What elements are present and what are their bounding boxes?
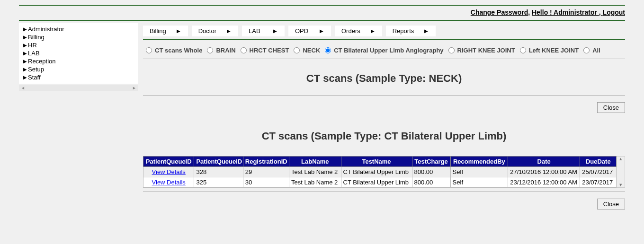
sidebar-item-reception[interactable]: ▶ Reception xyxy=(19,57,138,65)
caret-right-icon: ▶ xyxy=(371,28,375,34)
cell: 800.00 xyxy=(412,167,450,177)
radio-hrct-chest[interactable]: HRCT CHEST xyxy=(241,47,289,54)
scan-type-radio-group: CT scans Whole BRAIN HRCT CHEST NECK CT … xyxy=(143,40,625,59)
change-password-link[interactable]: Change Password xyxy=(471,9,528,16)
sidebar-horizontal-scrollbar[interactable]: ◄ ► xyxy=(19,85,138,91)
logout-link[interactable]: Logout xyxy=(603,9,625,16)
sidebar-item-label: Staff xyxy=(28,74,41,81)
top-tabbar: Billing ▶ Doctor ▶ LAB ▶ OPD ▶ Orders xyxy=(143,23,625,40)
cell: 800.00 xyxy=(412,177,450,188)
tab-label: OPD xyxy=(295,27,308,35)
column-header[interactable]: TestCharge xyxy=(412,157,450,167)
sidebar-item-label: Billing xyxy=(28,34,45,41)
cell: Self xyxy=(450,177,508,188)
sidebar-item-lab[interactable]: ▶ LAB xyxy=(19,49,138,57)
cell: CT Bilateral Upper Limb xyxy=(341,177,412,188)
results-table: PatientQueueID PatientQueueID Registrati… xyxy=(143,156,617,188)
tab-label: LAB xyxy=(249,27,260,35)
caret-right-icon: ▶ xyxy=(273,28,277,34)
table-vertical-scrollbar[interactable]: ▲ ▼ xyxy=(617,156,625,188)
caret-right-icon: ▶ xyxy=(23,51,28,56)
radio-neck[interactable]: NECK xyxy=(294,47,320,54)
column-header[interactable]: Date xyxy=(508,157,580,167)
cell: 325 xyxy=(194,177,243,188)
cell: Test Lab Name 2 xyxy=(289,167,341,177)
sidebar-item-label: HR xyxy=(28,42,37,49)
view-details-link[interactable]: View Details xyxy=(152,179,186,186)
cell: 23/12/2016 12:00:00 AM xyxy=(508,177,580,188)
tab-label: Orders xyxy=(341,27,360,35)
tab-billing[interactable]: Billing ▶ xyxy=(143,26,188,36)
tab-orders[interactable]: Orders ▶ xyxy=(335,26,382,36)
cell: Test Lab Name 2 xyxy=(289,177,341,188)
caret-right-icon: ▶ xyxy=(23,26,28,32)
caret-right-icon: ▶ xyxy=(23,59,28,64)
sidebar-item-administrator[interactable]: ▶ Administrator xyxy=(19,25,138,33)
sidebar-item-hr[interactable]: ▶ HR xyxy=(19,41,138,49)
cell: 27/10/2016 12:00:00 AM xyxy=(508,167,580,177)
sidebar-item-setup[interactable]: ▶ Setup xyxy=(19,65,138,73)
tab-opd[interactable]: OPD ▶ xyxy=(288,26,331,36)
caret-right-icon: ▶ xyxy=(424,28,428,34)
sidebar-item-staff[interactable]: ▶ Staff xyxy=(19,73,138,81)
sidebar-item-label: Administrator xyxy=(28,26,64,33)
column-header[interactable]: PatientQueueID xyxy=(194,157,243,167)
sidebar-item-label: LAB xyxy=(28,50,40,57)
column-header[interactable]: PatientQueueID xyxy=(143,157,194,167)
cell: 23/07/2017 xyxy=(580,177,617,188)
radio-left-knee-joint[interactable]: Left KNEE JOINT xyxy=(520,47,579,54)
column-header[interactable]: RegistrationID xyxy=(243,157,289,167)
caret-right-icon: ▶ xyxy=(23,43,28,48)
scroll-left-icon: ◄ xyxy=(21,86,25,90)
section-title-neck: CT scans (Sample Type: NECK) xyxy=(143,72,625,85)
hello-user-link[interactable]: Hello ! Administrator xyxy=(532,9,599,16)
scroll-right-icon: ► xyxy=(132,86,136,90)
caret-right-icon: ▶ xyxy=(227,28,231,34)
cell: Self xyxy=(450,167,508,177)
scroll-down-icon: ▼ xyxy=(618,183,623,187)
section-title-bilateral: CT scans (Sample Type: CT Bilateral Uppe… xyxy=(143,130,625,142)
column-header[interactable]: RecommendedBy xyxy=(450,157,508,167)
top-links: Change Password, Hello ! Administrator ,… xyxy=(19,8,625,19)
table-row: View Details 328 29 Test Lab Name 2 CT B… xyxy=(143,167,617,177)
radio-all[interactable]: All xyxy=(583,47,600,54)
cell: 29 xyxy=(243,167,289,177)
cell: 25/07/2017 xyxy=(580,167,617,177)
sidebar-item-billing[interactable]: ▶ Billing xyxy=(19,33,138,41)
close-button[interactable]: Close xyxy=(597,102,625,113)
caret-right-icon: ▶ xyxy=(23,35,28,40)
cell: 30 xyxy=(243,177,289,188)
tab-doctor[interactable]: Doctor ▶ xyxy=(192,26,238,36)
caret-right-icon: ▶ xyxy=(23,75,28,80)
tab-label: Reports xyxy=(393,27,414,35)
sidebar-item-label: Setup xyxy=(28,66,44,73)
column-header[interactable]: LabName xyxy=(289,157,341,167)
radio-ct-bilateral-upper-limb[interactable]: CT Bilateral Upper Limb Angiography xyxy=(325,47,443,54)
tab-reports[interactable]: Reports ▶ xyxy=(386,26,436,36)
cell: CT Bilateral Upper Limb xyxy=(341,167,412,177)
scroll-up-icon: ▲ xyxy=(618,157,623,161)
close-button[interactable]: Close xyxy=(597,199,625,209)
tab-label: Billing xyxy=(150,27,166,35)
radio-ct-scans-whole[interactable]: CT scans Whole xyxy=(146,47,202,54)
column-header[interactable]: TestName xyxy=(341,157,412,167)
sidebar-item-label: Reception xyxy=(28,58,56,65)
tab-lab[interactable]: LAB ▶ xyxy=(242,26,285,36)
cell: 328 xyxy=(194,167,243,177)
caret-right-icon: ▶ xyxy=(23,67,28,72)
table-row: View Details 325 30 Test Lab Name 2 CT B… xyxy=(143,177,617,188)
radio-right-knee-joint[interactable]: RIGHT KNEE JOINT xyxy=(448,47,515,54)
radio-brain[interactable]: BRAIN xyxy=(207,47,235,54)
sidebar: ▶ Administrator ▶ Billing ▶ HR ▶ LAB ▶ xyxy=(19,23,138,84)
view-details-link[interactable]: View Details xyxy=(152,168,186,175)
column-header[interactable]: DueDate xyxy=(580,157,617,167)
caret-right-icon: ▶ xyxy=(177,28,180,34)
tab-label: Doctor xyxy=(198,27,216,35)
caret-right-icon: ▶ xyxy=(320,28,323,34)
